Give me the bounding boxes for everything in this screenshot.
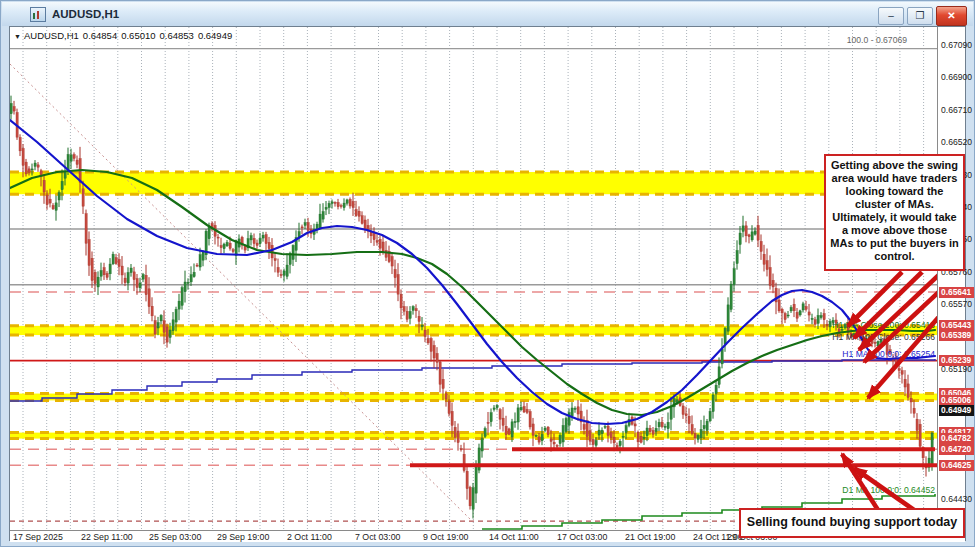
time-tick: 9 Oct 19:00	[423, 532, 468, 542]
ohlc-high: 0.65010	[121, 30, 155, 41]
price-tick: 0.66900	[941, 72, 972, 82]
price-badge: 0.64625	[939, 460, 975, 471]
time-tick: 29 Sep 19:00	[217, 532, 269, 542]
window-title: AUDUSD,H1	[52, 8, 119, 20]
title-bar[interactable]: AUDUSD,H1 – ❐ ✕	[2, 2, 973, 26]
time-tick: 25 Sep 03:00	[149, 532, 201, 542]
annotation-note-support[interactable]: Selling found buying support today	[739, 508, 965, 538]
price-badge: 0.65641	[939, 287, 975, 298]
price-tick: 0.67090	[941, 40, 972, 50]
price-tick: 0.64430	[941, 494, 972, 504]
symbol-dropdown-icon[interactable]: ▼	[14, 33, 21, 40]
price-tick: 0.66710	[941, 105, 972, 115]
time-tick: 21 Oct 19:00	[625, 532, 675, 542]
chart-window: AUDUSD,H1 – ❐ ✕ ▼AUDUSD,H10.648540.65010…	[0, 0, 975, 547]
annotation-note-main[interactable]: Getting above the swing area would have …	[824, 154, 965, 271]
price-badge: 0.65239	[939, 355, 975, 366]
ohlc-open: 0.64854	[83, 30, 117, 41]
price-badge: 0.65389	[939, 330, 975, 341]
time-tick: 22 Sep 11:00	[81, 532, 133, 542]
time-tick: 17 Oct 03:00	[557, 532, 607, 542]
chart-client-area: ▼AUDUSD,H10.648540.650100.648530.64949 1…	[9, 26, 966, 541]
time-tick: 14 Oct 11:00	[489, 532, 539, 542]
maximize-button[interactable]: ❐	[907, 7, 933, 25]
current-price-badge: 0.64949	[939, 405, 975, 416]
time-tick: 17 Sep 2025	[13, 532, 63, 542]
price-badge: 0.64782	[939, 433, 975, 444]
minimize-button[interactable]: –	[878, 7, 904, 25]
price-tick: 0.66520	[941, 137, 972, 147]
ohlc-low: 0.64853	[160, 30, 194, 41]
close-button[interactable]: ✕	[936, 6, 967, 26]
price-axis[interactable]: 0.670900.669000.667100.665200.663300.661…	[938, 27, 965, 530]
chart-plot-area[interactable]: 100.0 - 0.670690.0 - 0.64298H1 MA Close …	[10, 27, 937, 530]
ohlc-symbol: AUDUSD,H1	[24, 30, 79, 41]
ohlc-close: 0.64949	[198, 30, 232, 41]
price-badge: 0.64720	[939, 444, 975, 455]
fib-high-label: 100.0 - 0.67069	[847, 35, 907, 45]
time-tick: 7 Oct 03:00	[355, 532, 400, 542]
ma-value-label: H1 MA 400 0:0: 0.65254	[842, 349, 935, 359]
price-tick: 0.65570	[941, 299, 972, 309]
window-icon	[30, 7, 46, 22]
ohlc-header[interactable]: ▼AUDUSD,H10.648540.650100.648530.64949	[14, 30, 236, 41]
time-tick: 2 Oct 11:00	[287, 532, 332, 542]
swing-area-band	[10, 172, 937, 194]
